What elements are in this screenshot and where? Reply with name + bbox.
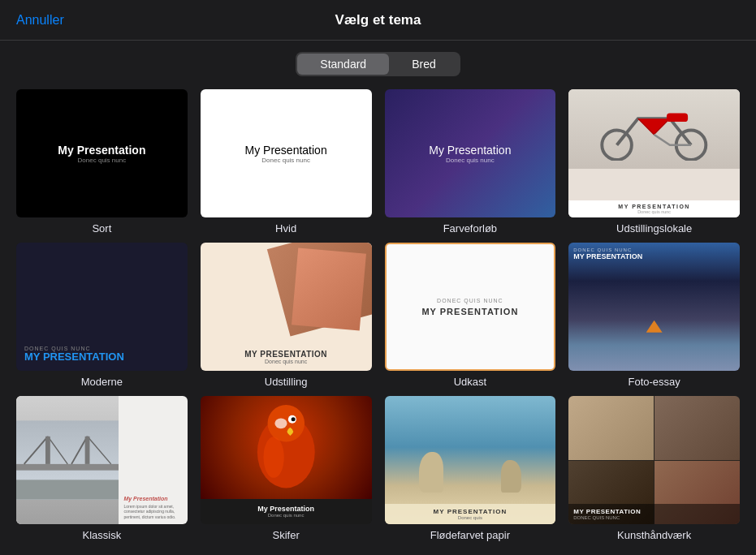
svg-point-18 — [274, 419, 287, 429]
udstilling-label: Udstilling — [265, 376, 308, 388]
thumbnail-udkast: DONEC QUIS NUNC MY PRESENTATION — [385, 243, 556, 371]
flode-title: MY PRESENTATION — [389, 508, 552, 515]
bridge-svg — [16, 396, 119, 524]
udkast-small: DONEC QUIS NUNC — [437, 298, 503, 303]
kunst-subtitle: DONEC QUIS NUNC — [573, 515, 735, 520]
themes-grid: My Presentation Donec quis nunc Sort My … — [0, 89, 756, 555]
thumbnail-farve: My Presentation Donec quis nunc — [385, 89, 556, 217]
rock1 — [419, 452, 443, 493]
thumbnail-flode: MY PRESENTATION Donec quis — [385, 396, 556, 524]
theme-udstilling[interactable]: MY PRESENTATION Donec quis nunc Udstilli… — [201, 243, 372, 388]
foto-title: MY PRESENTATION — [573, 252, 642, 260]
udstillingslokale-label: Udstillingslokale — [616, 222, 692, 234]
theme-flodefarvet[interactable]: MY PRESENTATION Donec quis Flødefarvet p… — [385, 396, 556, 541]
theme-moderne[interactable]: DONEC QUIS NUNC MY PRESENTATION Moderne — [16, 243, 188, 388]
sort-subtitle: Donec quis nunc — [78, 157, 127, 164]
farve-subtitle: Donec quis nunc — [446, 157, 495, 164]
segment-bred[interactable]: Bred — [389, 54, 459, 75]
sort-label: Sort — [92, 222, 111, 234]
skifer-subtitle: Donec quis nunc — [201, 513, 372, 518]
parrot-area — [201, 396, 372, 498]
skifer-label: Skifer — [273, 529, 300, 541]
theme-sort[interactable]: My Presentation Donec quis nunc Sort — [16, 89, 188, 234]
skifer-title: My Presentation — [201, 505, 372, 513]
udstilling-subtitle: Donec quis nunc — [201, 359, 372, 364]
svg-point-17 — [263, 437, 283, 479]
thumbnail-hvid: My Presentation Donec quis nunc — [201, 89, 372, 217]
theme-klassisk[interactable]: My Presentation Lorem ipsum dolor sit am… — [16, 396, 188, 541]
theme-fotoessay[interactable]: DONEC QUIS NUNC MY PRESENTATION Foto-ess… — [568, 243, 740, 388]
parrot-svg — [218, 401, 355, 493]
svg-point-16 — [291, 418, 295, 422]
flode-subtitle: Donec quis — [389, 515, 552, 520]
shape2 — [292, 248, 366, 331]
segment-standard[interactable]: Standard — [297, 54, 389, 75]
flodefarvet-label: Flødefarvet papir — [430, 529, 510, 541]
rock2 — [501, 460, 521, 493]
flode-text: MY PRESENTATION Donec quis — [385, 504, 556, 524]
foto-bg — [568, 243, 740, 371]
klassisk-label: Klassisk — [83, 529, 122, 541]
udkast-title: MY PRESENTATION — [421, 307, 518, 316]
skifer-text: My Presentation Donec quis nunc — [201, 505, 372, 518]
cancel-button[interactable]: Annuller — [16, 13, 64, 28]
klassisk-text: My Presentation Lorem ipsum dolor sit am… — [119, 396, 187, 524]
thumbnail-udstilling: MY PRESENTATION Donec quis nunc — [201, 243, 372, 371]
klassisk-img — [16, 396, 119, 524]
segment-control: Standard Bred — [0, 41, 756, 89]
theme-kunst[interactable]: MY PRESENTATION DONEC QUIS NUNC Kunsthån… — [568, 396, 740, 541]
bike-icon — [585, 97, 723, 161]
thumbnail-kunst: MY PRESENTATION DONEC QUIS NUNC — [568, 396, 740, 524]
farveforlob-label: Farveforløb — [443, 222, 497, 234]
udkast-label: Udkast — [454, 376, 486, 388]
udstilling-title: MY PRESENTATION — [201, 350, 372, 359]
klassisk-title: My Presentation — [123, 496, 182, 501]
page-title: Vælg et tema — [335, 12, 421, 28]
farve-title: My Presentation — [429, 144, 511, 157]
thumbnail-skifer: My Presentation Donec quis nunc — [201, 396, 372, 524]
udstillingslokale-title: MY PRESENTATION — [573, 204, 735, 209]
kunst-label: Kunsthåndværk — [617, 529, 691, 541]
thumbnail-klassisk: My Presentation Lorem ipsum dolor sit am… — [16, 396, 188, 524]
theme-skifer[interactable]: My Presentation Donec quis nunc Skifer — [201, 396, 372, 541]
svg-rect-12 — [85, 437, 90, 464]
svg-rect-2 — [667, 113, 688, 121]
thumbnail-sort: My Presentation Donec quis nunc — [16, 89, 188, 217]
header: Annuller Vælg et tema — [0, 0, 756, 41]
thumbnail-udstillingslokale: MY PRESENTATION Donec quis nunc — [568, 89, 740, 217]
thumbnail-foto: DONEC QUIS NUNC MY PRESENTATION — [568, 243, 740, 371]
udstillingslokale-text-area: MY PRESENTATION Donec quis nunc — [568, 200, 740, 217]
svg-rect-5 — [16, 480, 119, 499]
svg-rect-11 — [45, 437, 50, 464]
thumbnail-moderne: DONEC QUIS NUNC MY PRESENTATION — [16, 243, 188, 371]
fotoessay-label: Foto-essay — [628, 376, 680, 388]
sort-title: My Presentation — [58, 144, 145, 157]
kunst-overlay: MY PRESENTATION DONEC QUIS NUNC — [568, 504, 740, 524]
theme-hvid[interactable]: My Presentation Donec quis nunc Hvid — [201, 89, 372, 234]
kunst-q1 — [568, 396, 654, 460]
klassisk-body: Lorem ipsum dolor sit amet, consectetur … — [123, 504, 182, 520]
foto-text: DONEC QUIS NUNC MY PRESENTATION — [573, 247, 642, 260]
hvid-label: Hvid — [275, 222, 296, 234]
udstilling-text: MY PRESENTATION Donec quis nunc — [201, 350, 372, 364]
svg-rect-6 — [16, 464, 119, 471]
hvid-subtitle: Donec quis nunc — [261, 157, 310, 164]
theme-udkast[interactable]: DONEC QUIS NUNC MY PRESENTATION Udkast — [385, 243, 556, 388]
segment-wrapper: Standard Bred — [296, 52, 460, 76]
kunst-q2 — [654, 396, 740, 460]
udstillingslokale-subtitle: Donec quis nunc — [573, 209, 735, 214]
bike-area — [568, 89, 740, 169]
theme-udstillingslokale[interactable]: MY PRESENTATION Donec quis nunc Udstilli… — [568, 89, 740, 234]
moderne-label: Moderne — [81, 376, 123, 388]
moderne-title: MY PRESENTATION — [24, 351, 124, 363]
theme-farveforlob[interactable]: My Presentation Donec quis nunc Farvefor… — [385, 89, 556, 234]
hvid-title: My Presentation — [245, 144, 327, 157]
kunst-title: MY PRESENTATION — [573, 508, 735, 515]
